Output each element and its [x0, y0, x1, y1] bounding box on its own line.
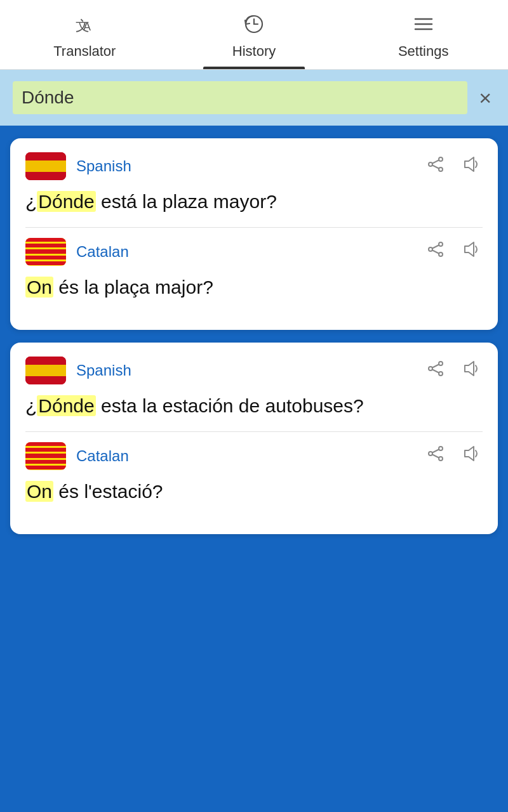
speak-button-catalan-1[interactable] [460, 238, 483, 265]
search-bar: × [0, 70, 508, 126]
lang-row-spanish-1: Spanish [25, 152, 483, 180]
highlight-spanish-2: Dónde [37, 395, 95, 416]
history-icon [243, 13, 265, 41]
svg-point-18 [439, 362, 443, 365]
tab-history-label: History [232, 43, 276, 60]
search-input[interactable] [22, 88, 458, 108]
svg-line-21 [432, 364, 439, 367]
action-icons-1 [424, 153, 483, 180]
highlight-spanish-1: Dónde [37, 191, 95, 212]
svg-line-9 [432, 160, 439, 163]
flag-catalan-1 [25, 238, 66, 266]
share-button-spanish-2[interactable] [424, 357, 447, 384]
svg-line-15 [432, 246, 439, 249]
tab-history[interactable]: History [170, 0, 339, 69]
tab-settings-label: Settings [398, 43, 449, 60]
svg-point-12 [439, 242, 443, 246]
svg-point-24 [439, 447, 443, 450]
translation-card-2: Spanish [10, 343, 498, 534]
svg-point-25 [439, 457, 443, 461]
svg-line-27 [432, 450, 439, 453]
translation-text-catalan-1: On és la plaça major? [25, 273, 483, 301]
share-button-1[interactable] [424, 153, 447, 180]
svg-marker-23 [465, 362, 474, 376]
flag-spanish-1 [25, 152, 66, 180]
lang-row-catalan-1: Catalan [25, 238, 483, 266]
speak-button-1[interactable] [460, 153, 483, 180]
clear-button[interactable]: × [475, 87, 495, 108]
svg-line-10 [432, 165, 439, 168]
svg-point-20 [429, 367, 432, 370]
tab-translator-label: Translator [53, 43, 116, 60]
highlight-catalan-2: On [25, 481, 53, 502]
action-icons-catalan-1 [424, 238, 483, 265]
svg-point-26 [429, 452, 432, 455]
translation-text-catalan-2: On és l'estació? [25, 478, 483, 506]
svg-text:A: A [83, 20, 91, 33]
lang-name-spanish-1: Spanish [76, 157, 414, 175]
tab-translator[interactable]: 文 A Translator [0, 0, 170, 69]
action-icons-catalan-2 [424, 442, 483, 469]
speak-button-spanish-2[interactable] [460, 357, 483, 384]
svg-point-19 [439, 372, 443, 376]
svg-line-16 [432, 251, 439, 254]
tab-settings[interactable]: Settings [338, 0, 508, 69]
svg-marker-17 [465, 242, 474, 256]
divider-2 [25, 431, 483, 432]
divider-1 [25, 227, 483, 228]
lang-row-catalan-2: Catalan [25, 442, 483, 470]
share-button-catalan-2[interactable] [424, 442, 447, 469]
speak-button-catalan-2[interactable] [460, 442, 483, 469]
search-input-wrapper [13, 81, 467, 114]
lang-name-catalan-2: Catalan [76, 447, 414, 465]
lang-name-spanish-2: Spanish [76, 362, 414, 379]
translation-text-spanish-1: ¿Dónde está la plaza mayor? [25, 188, 483, 216]
flag-catalan-2 [25, 442, 66, 470]
results-area: Spanish [0, 126, 508, 547]
lang-name-catalan-1: Catalan [76, 243, 414, 261]
navbar: 文 A Translator History Settings [0, 0, 508, 70]
translation-text-spanish-2: ¿Dónde esta la estación de autobuses? [25, 392, 483, 420]
svg-point-8 [429, 162, 432, 166]
svg-point-7 [439, 167, 443, 171]
translate-icon: 文 A [73, 13, 96, 41]
action-icons-spanish-2 [424, 357, 483, 384]
svg-point-14 [429, 247, 432, 251]
svg-point-13 [439, 252, 443, 256]
menu-icon [412, 13, 435, 41]
svg-line-28 [432, 455, 439, 458]
flag-spanish-2 [25, 357, 66, 384]
translation-card: Spanish [10, 138, 498, 330]
lang-row-spanish-2: Spanish [25, 357, 483, 384]
highlight-catalan-1: On [25, 277, 53, 298]
svg-marker-29 [465, 447, 474, 461]
svg-point-6 [439, 157, 443, 161]
share-button-catalan-1[interactable] [424, 238, 447, 265]
svg-line-22 [432, 369, 439, 372]
svg-marker-11 [465, 157, 474, 171]
